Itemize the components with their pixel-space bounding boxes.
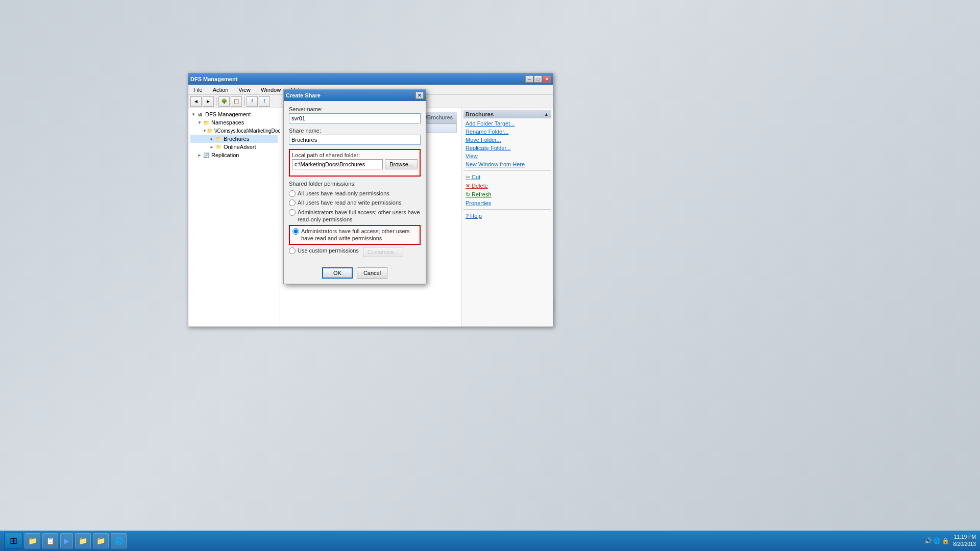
tray-date-value: 8/20/2013 bbox=[953, 541, 976, 548]
action-add-folder-target[interactable]: Add Folder Target... bbox=[463, 119, 551, 128]
dialog-title-bar: Create Share ✕ bbox=[284, 90, 426, 101]
radio-readonly[interactable] bbox=[289, 190, 296, 197]
toolbar-sep1 bbox=[216, 97, 216, 106]
toolbar-btn3[interactable]: f bbox=[247, 96, 258, 107]
dialog-close-button[interactable]: ✕ bbox=[415, 92, 424, 99]
system-tray: 🔊 🌐 🔒 11:19 PM 8/20/2013 bbox=[924, 534, 976, 548]
menu-window[interactable]: Window bbox=[258, 86, 284, 93]
radio-admin-readonly[interactable] bbox=[289, 209, 296, 216]
menu-view[interactable]: View bbox=[235, 86, 254, 93]
expand-replication[interactable]: ► bbox=[197, 152, 203, 158]
actions-collapse[interactable]: ▲ bbox=[544, 112, 549, 117]
action-view[interactable]: View bbox=[463, 152, 551, 160]
taskbar-dfs-icon: 📋 bbox=[46, 537, 55, 545]
minimize-button[interactable]: ─ bbox=[525, 76, 533, 83]
taskbar-folder1[interactable]: 📁 bbox=[75, 533, 91, 548]
local-path-input[interactable] bbox=[292, 159, 383, 169]
taskbar-ps[interactable]: ▶ bbox=[60, 533, 73, 548]
dialog-buttons: OK Cancel bbox=[289, 263, 421, 279]
radio-readwrite[interactable] bbox=[289, 199, 296, 206]
expand-namespaces[interactable]: ▼ bbox=[197, 119, 203, 126]
forward-button[interactable]: ► bbox=[203, 96, 214, 107]
local-path-row: Browse... bbox=[292, 159, 418, 169]
tree-item-brochures[interactable]: ► 📁 Brochures bbox=[190, 135, 278, 143]
action-rename-folder[interactable]: Rename Folder... bbox=[463, 128, 551, 136]
create-share-dialog: Create Share ✕ Server name: Share name: … bbox=[283, 89, 426, 284]
menu-file[interactable]: File bbox=[190, 86, 206, 93]
expand-onlineadvert[interactable]: ► bbox=[209, 144, 215, 150]
taskbar-ps-icon: ▶ bbox=[64, 537, 69, 545]
expand-marketingdocs[interactable]: ▼ bbox=[203, 128, 207, 134]
menu-action[interactable]: Action bbox=[210, 86, 232, 93]
dialog-body: Server name: Share name: Local path of s… bbox=[284, 101, 426, 284]
maximize-button[interactable]: □ bbox=[534, 76, 542, 83]
toolbar-sep2 bbox=[244, 97, 244, 106]
permissions-label: Shared folder permissions: bbox=[289, 181, 421, 187]
tray-icons: 🔊 🌐 🔒 bbox=[924, 537, 949, 544]
radio-item-5: Use custom permissions Customize... bbox=[289, 247, 421, 257]
action-help[interactable]: ? Help bbox=[463, 212, 551, 220]
refresh-icon: ↻ bbox=[465, 191, 472, 197]
taskbar-folder1-icon: 📁 bbox=[79, 537, 87, 545]
close-button[interactable]: ✕ bbox=[543, 76, 551, 83]
tree-item-onlineadvert[interactable]: ► 📁 OnlineAdvert bbox=[190, 143, 278, 151]
onlineadvert-icon: 📁 bbox=[215, 143, 222, 151]
taskbar-explorer-icon: 📁 bbox=[28, 537, 37, 545]
expand-dfs[interactable]: ▼ bbox=[190, 111, 197, 117]
tree-item-marketingdocs[interactable]: ▼ 📁 \\Comsys.local\MarketingDocs bbox=[190, 127, 278, 135]
toolbar-btn4[interactable]: f bbox=[259, 96, 270, 107]
action-sep1 bbox=[463, 170, 551, 171]
tree-item-replication[interactable]: ► 🔄 Replication bbox=[190, 151, 278, 159]
radio-item-1: All users have read-only permissions bbox=[289, 190, 421, 197]
taskbar-dfs-mgmt[interactable]: 📋 bbox=[42, 533, 58, 548]
action-refresh[interactable]: ↻ Refresh bbox=[463, 190, 551, 199]
action-delete[interactable]: ✕ Delete bbox=[463, 182, 551, 190]
action-properties[interactable]: Properties bbox=[463, 199, 551, 207]
tree-item-namespaces[interactable]: ▼ 📁 Namespaces bbox=[190, 118, 278, 127]
tray-icon-2: 🌐 bbox=[933, 537, 941, 544]
radio-group: All users have read-only permissions All… bbox=[289, 190, 421, 257]
action-sep2 bbox=[463, 209, 551, 210]
actions-title: Brochures bbox=[465, 111, 494, 117]
browse-button[interactable]: Browse... bbox=[385, 159, 418, 169]
action-move-folder[interactable]: Move Folder... bbox=[463, 136, 551, 144]
action-new-window[interactable]: New Window from Here bbox=[463, 160, 551, 168]
radio-admin-readwrite[interactable] bbox=[292, 228, 299, 235]
tray-clock: 11:19 PM 8/20/2013 bbox=[953, 534, 976, 548]
start-button[interactable]: ⊞ bbox=[4, 533, 22, 549]
taskbar-folder2-icon: 📁 bbox=[96, 537, 105, 545]
dfs-icon: 🖥 bbox=[197, 111, 204, 118]
radio-custom-label: Use custom permissions bbox=[298, 247, 359, 254]
ok-button[interactable]: OK bbox=[322, 267, 353, 279]
dialog-title-text: Create Share bbox=[286, 92, 321, 98]
customize-button[interactable]: Customize... bbox=[363, 247, 403, 257]
action-cut[interactable]: ✂ Cut bbox=[463, 173, 551, 182]
taskbar-file-explorer[interactable]: 📁 bbox=[24, 533, 40, 548]
title-bar-controls: ─ □ ✕ bbox=[525, 76, 551, 83]
taskbar-network[interactable]: 🌐 bbox=[111, 533, 127, 548]
radio-readonly-label: All users have read-only permissions bbox=[298, 190, 389, 197]
taskbar-network-icon: 🌐 bbox=[114, 537, 123, 545]
server-name-label: Server name: bbox=[289, 106, 421, 112]
local-path-label: Local path of shared folder: bbox=[292, 152, 418, 158]
brochures-icon: 📁 bbox=[215, 135, 222, 142]
expand-brochures[interactable]: ► bbox=[209, 136, 215, 142]
title-bar: DFS Management ─ □ ✕ bbox=[188, 73, 553, 85]
share-name-input[interactable] bbox=[289, 135, 421, 145]
actions-panel: Brochures ▲ Add Folder Target... Rename … bbox=[461, 108, 553, 327]
tree-item-dfs[interactable]: ▼ 🖥 DFS Management bbox=[190, 110, 278, 118]
back-button[interactable]: ◄ bbox=[190, 96, 202, 107]
radio-custom[interactable] bbox=[289, 247, 296, 254]
replication-icon: 🔄 bbox=[203, 152, 210, 159]
cut-icon: ✂ bbox=[465, 174, 472, 180]
radio-admin-readwrite-label: Administrators have full access; other u… bbox=[301, 228, 417, 242]
server-name-input[interactable] bbox=[289, 113, 421, 123]
window-title: DFS Management bbox=[190, 76, 237, 82]
show-hide-tree[interactable]: 🌳 bbox=[218, 96, 230, 107]
taskbar-folder2[interactable]: 📁 bbox=[93, 533, 109, 548]
actions-header: Brochures ▲ bbox=[463, 110, 551, 118]
action-replicate-folder[interactable]: Replicate Folder... bbox=[463, 144, 551, 152]
toolbar-btn2[interactable]: 📋 bbox=[231, 96, 242, 107]
cancel-button[interactable]: Cancel bbox=[357, 267, 387, 279]
delete-icon: ✕ bbox=[465, 183, 472, 189]
